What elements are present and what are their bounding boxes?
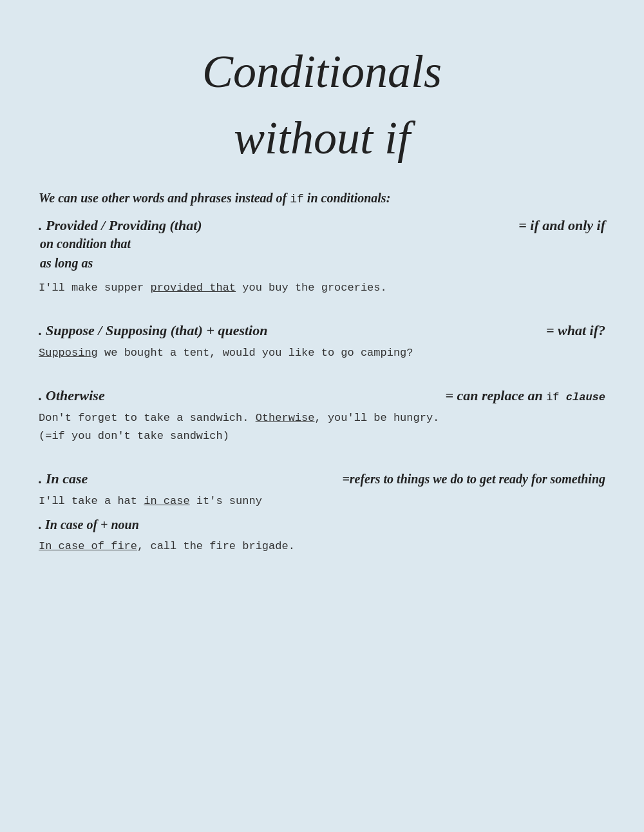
in-case-of-fire-underline: In case of fire <box>39 540 137 552</box>
supposing-underline: Supposing <box>39 347 98 359</box>
section-suppose: . Suppose / Supposing (that) + question … <box>39 322 605 362</box>
provided-equals: = if and only if <box>518 217 605 234</box>
otherwise-clause: clause <box>560 391 605 403</box>
in-case-example: I'll take a hat in case it's sunny <box>39 492 605 510</box>
otherwise-parens: (=if you don't take sandwich) <box>39 430 229 442</box>
in-case-heading-row: . In case =refers to things we do to get… <box>39 470 605 487</box>
intro-text-after: in conditionals: <box>307 191 390 205</box>
in-case-of-example: In case of fire, call the fire brigade. <box>39 537 605 555</box>
provided-that-underline: provided that <box>150 282 236 294</box>
otherwise-equals: = can replace an if clause <box>445 387 605 404</box>
provided-heading: . Provided / Providing (that) <box>39 217 202 234</box>
otherwise-underline: Otherwise <box>256 412 315 424</box>
condition-on-condition-that: on condition that <box>40 234 605 253</box>
suppose-equals: = what if? <box>546 322 605 339</box>
section-in-case: . In case =refers to things we do to get… <box>39 470 605 555</box>
otherwise-heading: . Otherwise <box>39 387 105 404</box>
suppose-heading: . Suppose / Supposing (that) + question <box>39 322 267 339</box>
in-case-heading: . In case <box>39 470 88 487</box>
otherwise-if-mono: if <box>546 391 559 403</box>
otherwise-equals-italic: = can replace an <box>445 387 546 403</box>
page-title-line2: without if <box>39 111 605 165</box>
intro-if-mono: if <box>290 193 304 206</box>
in-case-underline: in case <box>144 495 189 507</box>
provided-heading-row: . Provided / Providing (that) = if and o… <box>39 217 605 234</box>
section-otherwise: . Otherwise = can replace an if clause D… <box>39 387 605 444</box>
in-case-of-subheading: . In case of + noun <box>39 518 605 532</box>
in-case-equals: =refers to things we do to get ready for… <box>342 472 605 487</box>
otherwise-heading-row: . Otherwise = can replace an if clause <box>39 387 605 404</box>
provided-example: I'll make supper provided that you buy t… <box>39 279 605 296</box>
condition-as-long-as: as long as <box>40 253 605 273</box>
otherwise-example: Don't forget to take a sandwich. Otherwi… <box>39 409 605 444</box>
provided-conditions: on condition that as long as <box>40 234 605 273</box>
section-provided: . Provided / Providing (that) = if and o… <box>39 217 605 296</box>
page-title-line1: Conditionals <box>39 45 605 99</box>
suppose-example: Supposing we bought a tent, would you li… <box>39 344 605 362</box>
suppose-heading-row: . Suppose / Supposing (that) + question … <box>39 322 605 339</box>
intro-paragraph: We can use other words and phrases inste… <box>39 191 605 206</box>
intro-text-before: We can use other words and phrases inste… <box>39 191 287 205</box>
